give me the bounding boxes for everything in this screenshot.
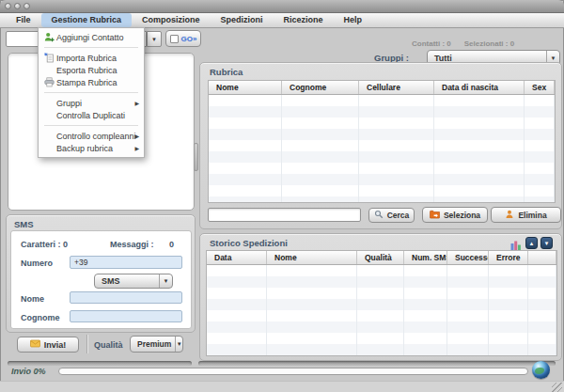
menu-item-label: Esporta Rubrica — [56, 66, 118, 75]
column-header-cognome[interactable]: Cognome — [282, 81, 359, 94]
rubrica-table: NomeCognomeCellulareData di nascitaSex — [208, 80, 556, 203]
gruppi-select-value: Tutti — [428, 54, 542, 63]
divider — [86, 335, 87, 353]
elimina-button-label: Elimina — [518, 211, 546, 220]
column-header-nome[interactable]: Nome — [267, 251, 357, 264]
menu-item-controllo-compleanni[interactable]: Controllo compleanni▶ — [39, 130, 144, 142]
menu-bar: FileGestione RubricaComposizioneSpedizio… — [0, 13, 564, 28]
column-header-nome[interactable]: Nome — [209, 81, 282, 94]
menu-separator — [44, 47, 138, 48]
column-header-sex[interactable]: Sex — [525, 81, 555, 94]
table-column — [447, 265, 489, 356]
submenu-arrow-icon: ▶ — [134, 145, 139, 151]
sms-panel: SMS Caratteri : 0 Messaggi : 0 Numero SM… — [6, 214, 196, 333]
column-header-cellulare[interactable]: Cellulare — [359, 81, 434, 94]
menu-item-aggiungi-contatto[interactable]: Aggiungi Contatto — [39, 31, 144, 43]
table-column — [434, 95, 525, 203]
go-button[interactable]: GO» — [165, 30, 201, 47]
download-button[interactable]: ▼ — [540, 237, 553, 249]
app-window: FileGestione RubricaComposizioneSpedizio… — [0, 0, 564, 392]
menu-item-label: Gruppi — [56, 99, 82, 108]
chevron-down-icon: ▼ — [151, 37, 157, 42]
table-column — [525, 95, 555, 203]
storico-title: Storico Spedizioni — [210, 238, 288, 248]
send-envelope-icon — [30, 339, 40, 350]
tipo-sms-select[interactable]: SMS ▼ — [94, 274, 173, 289]
zoom-icon[interactable] — [24, 3, 30, 9]
menubar-item-ricezione[interactable]: Ricezione — [274, 13, 334, 27]
menubar-item-help[interactable]: Help — [334, 13, 373, 27]
menubar-item-composizione[interactable]: Composizione — [132, 13, 211, 27]
globe-connection-icon — [532, 361, 550, 379]
cerca-button[interactable]: Cerca — [368, 208, 415, 223]
cerca-button-label: Cerca — [387, 211, 410, 220]
chevron-down-icon: ▼ — [159, 274, 172, 288]
sms-form: Caratteri : 0 Messaggi : 0 Numero SMS ▼ … — [10, 230, 192, 329]
contact-combo-arrow-button[interactable]: ▼ — [147, 31, 162, 47]
menu-item-label: Controlla Duplicati — [56, 111, 125, 120]
elimina-button[interactable]: Elimina — [491, 207, 561, 223]
seleziona-button[interactable]: Seleziona — [422, 207, 488, 223]
cognome-label: Cognome — [21, 313, 60, 322]
menu-item-gruppi[interactable]: Gruppi▶ — [39, 97, 144, 109]
menu-item-controlla-duplicati[interactable]: Controlla Duplicati — [39, 109, 144, 121]
qualita-select[interactable]: Premium ▼ — [130, 336, 183, 353]
column-header-data-di-nascita[interactable]: Data di nascita — [434, 81, 525, 94]
menu-item-label: Aggiungi Contatto — [56, 33, 124, 42]
submenu-arrow-icon: ▶ — [134, 100, 139, 106]
nome-label: Nome — [21, 294, 44, 304]
minimize-icon[interactable] — [14, 3, 21, 9]
panel-bottom-groove — [198, 361, 556, 366]
nome-input[interactable] — [70, 291, 182, 304]
rubrica-search-input[interactable] — [208, 208, 361, 222]
tipo-sms-value: SMS — [95, 276, 155, 286]
storico-panel: Storico Spedizioni ▲ ▼ DataNomeQualitàNu… — [199, 233, 562, 361]
cognome-input[interactable] — [70, 310, 182, 322]
menu-separator — [44, 92, 138, 93]
export-up-button[interactable]: ▲ — [525, 237, 538, 249]
splitter-handle[interactable] — [194, 143, 198, 171]
column-header-empty[interactable] — [528, 251, 556, 264]
go-button-label: GO» — [181, 35, 197, 43]
menu-item-esporta-rubrica[interactable]: Esporta Rubrica — [39, 64, 144, 76]
select-folder-icon — [430, 210, 440, 221]
column-header-num-sms[interactable]: Num. SMS — [404, 251, 447, 264]
resize-grip-icon[interactable] — [552, 383, 562, 392]
selezionati-count: Selezionati : 0 — [464, 39, 514, 48]
search-icon — [374, 210, 384, 221]
menubar-item-spedizioni[interactable]: Spedizioni — [211, 13, 274, 27]
table-body[interactable] — [207, 265, 556, 356]
invia-button[interactable]: Invia! — [17, 337, 79, 353]
table-column — [359, 95, 434, 203]
close-icon[interactable] — [5, 3, 11, 9]
printer-icon — [42, 77, 56, 87]
menu-item-stampa-rubrica[interactable]: Stampa Rubrica — [39, 76, 144, 88]
messaggi-value: 0 — [169, 240, 174, 249]
menu-item-backup-rubrica[interactable]: Backup rubrica▶ — [39, 142, 144, 154]
menu-item-importa-rubrica[interactable]: Importa Rubrica — [39, 52, 144, 64]
numero-input[interactable] — [70, 256, 182, 269]
messaggi-label: Messaggi : — [110, 240, 154, 249]
column-header-errore[interactable]: Errore — [489, 251, 528, 264]
panel-bottom-groove — [8, 361, 192, 366]
rubrica-panel: Rubrica NomeCognomeCellulareData di nasc… — [199, 62, 562, 229]
menu-item-label: Stampa Rubrica — [56, 78, 118, 87]
window-bottom-edge — [0, 381, 564, 392]
column-header-successo[interactable]: Successo — [447, 251, 489, 264]
up-arrow-icon: ▲ — [529, 241, 535, 246]
go-checkbox-icon — [170, 35, 179, 43]
menu-item-label: Backup rubrica — [56, 144, 113, 153]
column-header-data[interactable]: Data — [207, 251, 267, 264]
import-icon — [42, 53, 56, 63]
add-contact-icon — [42, 32, 56, 42]
column-header-qualit-[interactable]: Qualità — [357, 251, 404, 264]
menubar-item-file[interactable]: File — [6, 13, 41, 27]
menu-item-label: Importa Rubrica — [56, 54, 117, 63]
submenu-arrow-icon: ▶ — [134, 133, 139, 139]
contatti-count: Contatti : 0 — [412, 39, 451, 48]
caratteri-label: Caratteri : 0 — [21, 240, 68, 249]
numero-label: Numero — [21, 259, 53, 268]
delete-contact-icon — [505, 210, 514, 221]
menubar-item-gestione-rubrica[interactable]: Gestione Rubrica — [41, 13, 133, 27]
table-body[interactable] — [209, 95, 555, 203]
